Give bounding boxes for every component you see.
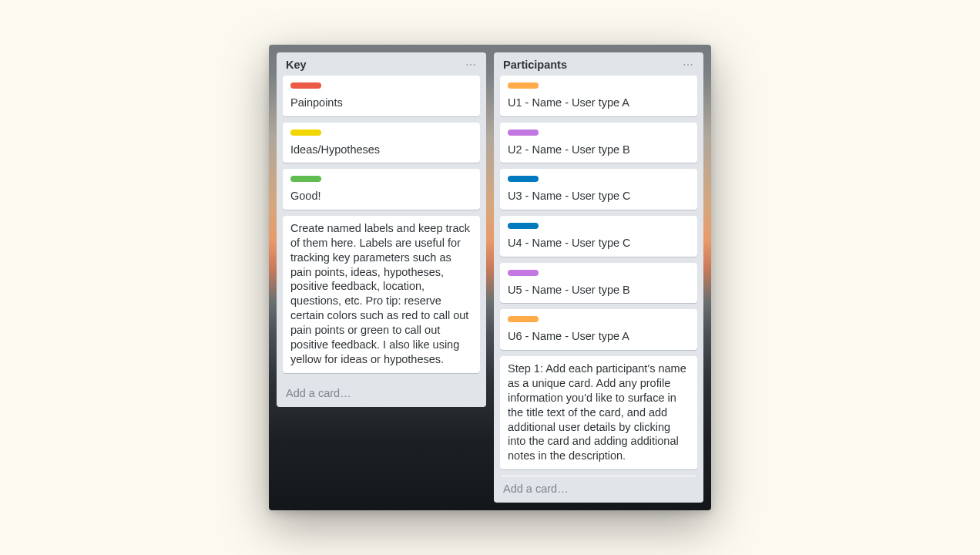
card[interactable]: U3 - Name - User type C	[500, 169, 697, 210]
card-title: Good!	[290, 190, 321, 202]
card[interactable]: Ideas/Hypotheses	[283, 123, 480, 163]
list-title[interactable]: Participants	[503, 59, 680, 71]
card[interactable]: U1 - Name - User type A	[500, 76, 697, 116]
list-menu-icon[interactable]: ⋯	[462, 59, 480, 70]
board: Key ⋯ Painpoints Ideas/Hypotheses Good! …	[269, 45, 711, 510]
list-key: Key ⋯ Painpoints Ideas/Hypotheses Good! …	[277, 52, 486, 407]
card[interactable]: U6 - Name - User type A	[500, 309, 697, 350]
card-title: Create named labels and keep track of th…	[290, 222, 470, 365]
add-card-button[interactable]: Add a card…	[494, 476, 703, 503]
label-red-icon	[290, 82, 321, 89]
card[interactable]: U5 - Name - User type B	[500, 263, 697, 304]
card-title: U4 - Name - User type C	[508, 237, 631, 249]
card[interactable]: Good!	[283, 169, 480, 210]
label-purple-icon	[508, 130, 539, 136]
label-green-icon	[290, 176, 321, 182]
card[interactable]: U4 - Name - User type C	[500, 216, 697, 257]
list-participants: Participants ⋯ U1 - Name - User type A U…	[494, 52, 703, 503]
list-title[interactable]: Key	[286, 59, 462, 71]
card-title: U6 - Name - User type A	[508, 330, 629, 342]
add-card-button[interactable]: Add a card…	[277, 381, 486, 407]
card-title: U2 - Name - User type B	[508, 143, 630, 156]
list-menu-icon[interactable]: ⋯	[680, 59, 697, 70]
list-cards[interactable]: U1 - Name - User type A U2 - Name - User…	[494, 76, 703, 476]
card-title: Step 1: Add each participant's name as a…	[508, 362, 686, 462]
card-title: U3 - Name - User type C	[508, 190, 631, 202]
list-header: Participants ⋯	[494, 52, 703, 76]
card-title: Painpoints	[290, 96, 343, 109]
label-orange-icon	[508, 82, 539, 89]
label-blue-icon	[508, 176, 539, 182]
label-purple-icon	[508, 270, 539, 276]
card-title: Ideas/Hypotheses	[290, 143, 380, 156]
card-title: U5 - Name - User type B	[508, 284, 630, 296]
card[interactable]: U2 - Name - User type B	[500, 123, 697, 163]
card[interactable]: Create named labels and keep track of th…	[283, 216, 480, 372]
label-yellow-icon	[290, 130, 321, 136]
card[interactable]: Painpoints	[283, 76, 480, 116]
list-cards: Painpoints Ideas/Hypotheses Good! Create…	[277, 76, 486, 381]
card[interactable]: Step 1: Add each participant's name as a…	[500, 356, 697, 469]
label-orange-icon	[508, 316, 539, 322]
card-title: U1 - Name - User type A	[508, 96, 629, 109]
board-window: Key ⋯ Painpoints Ideas/Hypotheses Good! …	[269, 45, 711, 510]
list-header: Key ⋯	[277, 52, 486, 76]
label-blue-icon	[508, 223, 539, 229]
